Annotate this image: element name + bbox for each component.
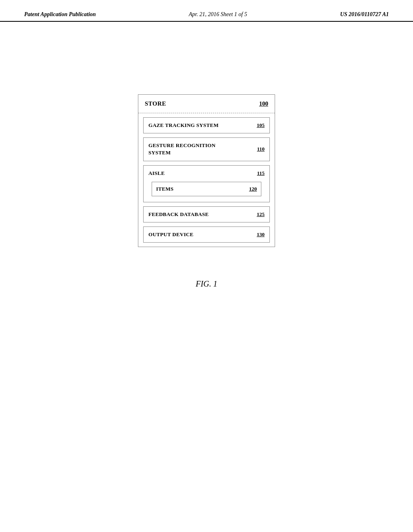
items-box: ITEMS 120	[152, 182, 261, 196]
gesture-recognition-ref: 110	[257, 146, 265, 152]
output-device-ref: 130	[257, 231, 265, 238]
feedback-database-box: FEEDBACK DATABASE 125	[143, 206, 270, 222]
output-device-label: OUTPUT DEVICE	[148, 231, 194, 238]
page-content: STORE 100 GAZE TRACKING SYSTEM 105 GESTU…	[0, 22, 413, 289]
figure-caption: FIG. 1	[196, 279, 217, 289]
aisle-label: AISLE	[148, 170, 165, 177]
feedback-database-label: FEEDBACK DATABASE	[148, 211, 209, 218]
gesture-recognition-box: GESTURE RECOGNITIONSYSTEM 110	[143, 137, 270, 161]
aisle-header: AISLE 115	[148, 170, 265, 179]
header-date-sheet: Apr. 21, 2016 Sheet 1 of 5	[189, 11, 247, 18]
gaze-tracking-box: GAZE TRACKING SYSTEM 105	[143, 117, 270, 133]
store-ref: 100	[259, 100, 269, 107]
aisle-ref: 115	[257, 170, 265, 177]
page-header: Patent Application Publication Apr. 21, …	[0, 0, 413, 22]
store-label: STORE	[145, 100, 166, 107]
gaze-tracking-label: GAZE TRACKING SYSTEM	[148, 122, 219, 129]
feedback-database-ref: 125	[257, 211, 265, 218]
header-publication-label: Patent Application Publication	[24, 11, 96, 18]
items-label: ITEMS	[156, 185, 173, 193]
diagram-container: STORE 100 GAZE TRACKING SYSTEM 105 GESTU…	[138, 94, 275, 247]
output-device-box: OUTPUT DEVICE 130	[143, 227, 270, 243]
items-ref: 120	[249, 186, 257, 192]
aisle-section: AISLE 115 ITEMS 120	[143, 165, 270, 202]
gaze-tracking-ref: 105	[257, 122, 265, 129]
store-row: STORE 100	[138, 95, 275, 113]
gesture-recognition-label: GESTURE RECOGNITIONSYSTEM	[148, 142, 215, 156]
header-patent-number: US 2016/0110727 A1	[340, 11, 389, 18]
